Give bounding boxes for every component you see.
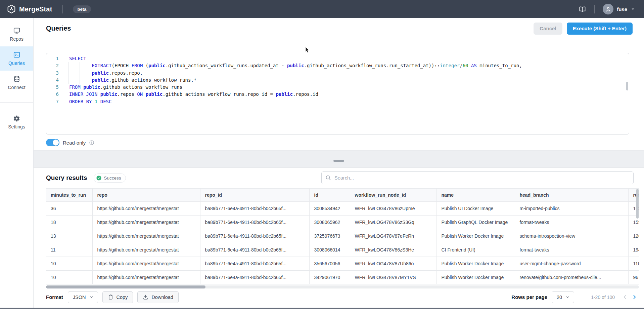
table-row[interactable]: 11https://github.com/mergestat/mergestat… [46, 243, 639, 257]
column-header-name[interactable]: name [436, 189, 515, 202]
editor-code-area[interactable]: SELECT EXTRACT(EPOCH FROM (public.github… [63, 53, 629, 134]
table-header-row: minutes_to_runreporepo_ididworkflow_run_… [46, 189, 639, 202]
previous-page-button[interactable] [620, 293, 630, 302]
line-number: 7 [46, 98, 59, 105]
indent-guide [68, 62, 68, 84]
column-header-minutes_to_run[interactable]: minutes_to_run [46, 189, 92, 202]
table-horizontal-scrollbar[interactable] [46, 285, 639, 288]
table-cell: 36 [46, 202, 92, 216]
line-number: 1 [46, 55, 59, 62]
user-menu-caret-icon[interactable] [631, 7, 635, 11]
code-line[interactable]: EXTRACT(EPOCH FROM (public.github_action… [69, 62, 629, 69]
main-area: Queries Cancel Execute (Shift + Enter) 1… [34, 18, 644, 308]
toggle-knob [53, 140, 59, 146]
rows-per-page-select[interactable]: 20 [552, 291, 574, 303]
table-cell: ba89b771-6e4a-4911-80bd-b0c2b65f... [200, 229, 309, 243]
table-cell: 3725976673 [309, 229, 350, 243]
navbar-divider-2 [594, 5, 595, 13]
table-vertical-scrollbar[interactable] [636, 189, 639, 284]
line-number: 5 [46, 84, 59, 91]
pagination-range: 1-20 of 100 [591, 295, 615, 300]
sql-editor[interactable]: 1234567 SELECT EXTRACT(EPOCH FROM (publi… [46, 53, 629, 134]
table-cell: Publish Worker Docker Image [436, 229, 515, 243]
table-row[interactable]: 10https://github.com/mergestat/mergestat… [46, 257, 639, 271]
table-cell: WFR_kwLOG478V87Uh86o [350, 257, 436, 271]
editor-vertical-scrollbar[interactable] [626, 82, 628, 90]
table-cell: 3008534942 [309, 202, 350, 216]
chevron-down-icon [89, 295, 94, 299]
column-header-repo[interactable]: repo [92, 189, 200, 202]
table-cell: WFR_kwLOG478V87eFeRh [350, 229, 436, 243]
code-line[interactable]: public.github_actions_workflow_runs.* [69, 77, 629, 84]
sidebar-item-connect[interactable]: Connect [0, 71, 33, 95]
mergestat-logo-icon [7, 4, 16, 14]
table-vscroll-thumb[interactable] [636, 189, 639, 219]
sidebar-item-queries[interactable]: Queries [0, 46, 33, 71]
column-header-head_branch[interactable]: head_branch [515, 189, 628, 202]
table-row[interactable]: 18https://github.com/mergestat/mergestat… [46, 216, 639, 229]
cancel-button[interactable]: Cancel [534, 23, 562, 35]
table-cell: 3008066014 [309, 243, 350, 257]
table-cell: Publish UI Docker Image [436, 202, 515, 216]
readonly-label: Read-only [63, 140, 86, 146]
sidebar-item-settings[interactable]: Settings [0, 110, 33, 134]
copy-button[interactable]: Copy [102, 291, 133, 303]
table-cell: https://github.com/mergestat/mergestat [92, 216, 200, 229]
code-line[interactable]: SELECT [69, 55, 629, 62]
table-row[interactable]: 13https://github.com/mergestat/mergestat… [46, 229, 639, 243]
page-title: Queries [46, 25, 71, 32]
table-cell: WFR_kwLOG478V86zUpme [350, 202, 436, 216]
repos-icon [13, 27, 20, 34]
code-line[interactable]: FROM public.github_actions_workflow_runs [69, 84, 629, 91]
success-check-icon [96, 175, 102, 181]
brand[interactable]: MergeStat [7, 4, 52, 14]
table-row[interactable]: 36https://github.com/mergestat/mergestat… [46, 202, 639, 216]
code-line[interactable]: INNER JOIN public.repos ON public.github… [69, 91, 629, 98]
info-icon[interactable] [89, 140, 94, 145]
column-header-repo_id[interactable]: repo_id [200, 189, 309, 202]
code-line[interactable]: public.repos.repo, [69, 70, 629, 77]
brand-name: MergeStat [19, 5, 52, 13]
rows-per-page-value: 20 [557, 295, 562, 300]
chevron-left-icon [622, 294, 628, 300]
column-header-workflow_run_node_id[interactable]: workflow_run_node_id [350, 189, 436, 202]
sidebar-item-label: Repos [10, 36, 23, 42]
user-avatar[interactable] [603, 4, 613, 14]
table-cell: WFR_kwLOG478V87MY1VS [350, 271, 436, 284]
connect-icon [13, 75, 20, 83]
rows-per-page-label: Rows per page [511, 294, 547, 300]
next-page-button[interactable] [630, 293, 639, 302]
settings-icon [13, 115, 20, 122]
panel-resize-handle[interactable] [333, 160, 344, 162]
column-header-id[interactable]: id [309, 189, 350, 202]
table-cell: format-tweaks [515, 216, 628, 229]
readonly-toggle[interactable] [46, 139, 59, 146]
sidebar-item-repos[interactable]: Repos [0, 22, 33, 46]
code-line[interactable]: ORDER BY 1 DESC [69, 98, 629, 105]
table-cell: ba89b771-6e4a-4911-80bd-b0c2b65f... [200, 202, 309, 216]
table-cell: 3429061970 [309, 271, 350, 284]
sidebar-item-label: Queries [8, 61, 25, 66]
window-bottom-edge [0, 308, 644, 309]
results-title: Query results [46, 174, 87, 182]
table-body: 36https://github.com/mergestat/mergestat… [46, 202, 639, 284]
sidebar-item-label: Settings [8, 124, 25, 129]
search-input[interactable] [321, 171, 634, 184]
table-cell: https://github.com/mergestat/mergestat [92, 271, 200, 284]
copy-button-label: Copy [117, 295, 128, 300]
results-table: minutes_to_runreporepo_ididworkflow_run_… [46, 188, 639, 284]
docs-book-icon[interactable] [579, 5, 586, 13]
status-badge: Success [94, 173, 126, 183]
table-cell: ba89b771-6e4a-4911-80bd-b0c2b65f... [200, 271, 309, 284]
download-button[interactable]: Download [137, 291, 179, 303]
chevron-right-icon [631, 294, 638, 300]
table-row[interactable]: 10https://github.com/mergestat/mergestat… [46, 271, 639, 284]
user-name[interactable]: fuse [617, 6, 627, 12]
line-number: 4 [46, 77, 59, 84]
table-cell: schema-introspection-view [515, 229, 628, 243]
table-hscroll-thumb[interactable] [46, 285, 205, 288]
format-select[interactable]: JSON [68, 291, 98, 303]
table-cell: https://github.com/mergestat/mergestat [92, 257, 200, 271]
download-icon [143, 294, 148, 300]
execute-button[interactable]: Execute (Shift + Enter) [567, 23, 633, 35]
